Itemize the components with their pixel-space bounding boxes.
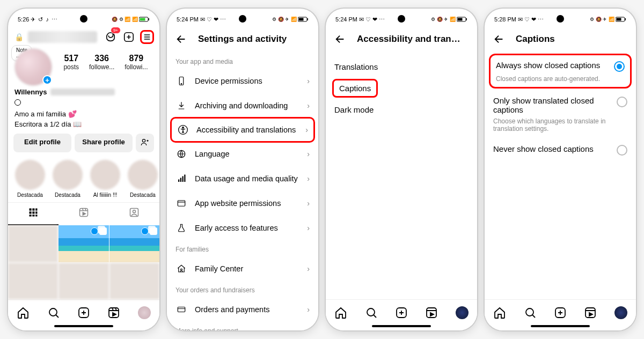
lock-icon: 🔒	[14, 33, 24, 41]
row-archiving[interactable]: Archiving and downloading ›	[167, 93, 318, 118]
status-bar: 5:24 PM ✉ ♡ ❤ ⋯ ⚙ 🔕 ✈ 📶	[167, 9, 318, 27]
radio-selected[interactable]	[614, 61, 625, 72]
svg-rect-6	[32, 209, 34, 211]
hamburger-menu-button[interactable]	[140, 30, 154, 44]
chevron-right-icon: ›	[307, 150, 310, 158]
status-bar: 5:24 PM ✉ ♡ ❤ ⋯ ⚙ 🔕 ✈ 📶	[326, 9, 477, 27]
nav-reels[interactable]	[584, 306, 597, 319]
threads-icon[interactable]	[14, 99, 21, 106]
status-icons-right: ⚙ 🔕 ✈ 📶	[431, 17, 467, 22]
status-time: 5:24 PM	[177, 16, 199, 23]
row-dark-mode[interactable]: Dark mode	[326, 99, 477, 121]
post-thumbnail[interactable]	[109, 225, 159, 262]
nav-create[interactable]	[395, 306, 408, 319]
row-data-usage[interactable]: Data usage and media quality ›	[167, 166, 318, 191]
carousel-icon	[150, 227, 157, 235]
row-early-access[interactable]: Early access to features ›	[167, 216, 318, 240]
nav-reels[interactable]	[425, 306, 438, 319]
bio-line-2: Escritora a 1/2 día 📖	[8, 119, 159, 129]
nav-home[interactable]	[334, 306, 347, 319]
stat-posts[interactable]: 517 posts	[63, 54, 79, 71]
threads-badge: 9+	[111, 27, 121, 34]
tab-grid[interactable]	[8, 203, 58, 225]
edit-profile-button[interactable]: Edit profile	[13, 134, 71, 152]
page-title: Captions	[516, 34, 555, 45]
nav-create[interactable]	[77, 306, 90, 319]
nav-reels[interactable]	[107, 306, 120, 319]
row-accessibility[interactable]: Accessibility and translations ›	[170, 117, 315, 143]
svg-rect-47	[625, 18, 626, 20]
display-name: Willennys	[14, 88, 47, 96]
chevron-right-icon: ›	[307, 264, 310, 273]
tab-reels[interactable]	[58, 203, 109, 225]
stat-followers[interactable]: 336 followe...	[89, 54, 114, 71]
highlight-item[interactable]: Destacada	[51, 160, 84, 198]
back-button[interactable]	[492, 32, 506, 46]
nav-search[interactable]	[365, 306, 378, 319]
nav-home[interactable]	[493, 306, 506, 319]
post-thumbnail[interactable]	[8, 263, 58, 300]
row-device-permissions[interactable]: Device permissions ›	[167, 69, 318, 93]
nav-profile[interactable]	[138, 306, 151, 319]
post-thumbnail[interactable]	[109, 263, 159, 300]
svg-point-17	[49, 308, 57, 316]
svg-point-4	[142, 139, 145, 142]
pinned-icon	[91, 227, 98, 235]
option-always-show[interactable]: Always show closed captions Closed capti…	[489, 54, 632, 89]
status-bar: 5:26 ✈ ↺ ♪ ⋯ 🔕 ⚙ 📶 📶	[8, 9, 159, 27]
nav-profile[interactable]	[456, 306, 469, 319]
status-time: 5:24 PM	[335, 16, 357, 23]
post-thumbnail[interactable]	[58, 225, 108, 262]
share-profile-button[interactable]: Share profile	[75, 134, 133, 152]
profile-avatar[interactable]: Note... +	[14, 48, 52, 86]
option-only-translated[interactable]: Only show translated closed captions Cho…	[485, 90, 636, 138]
section-more-info: More info and support	[167, 322, 318, 330]
row-translations[interactable]: Translations	[326, 56, 477, 78]
add-story-badge[interactable]: +	[42, 75, 52, 85]
row-family-center[interactable]: Family Center ›	[167, 256, 318, 281]
pinned-icon	[141, 227, 149, 235]
tab-tagged[interactable]	[109, 203, 159, 225]
highlight-item[interactable]: Destacada	[126, 160, 159, 198]
create-post-button[interactable]	[122, 30, 136, 44]
nav-search[interactable]	[524, 306, 537, 319]
radio-unselected[interactable]	[617, 97, 627, 107]
page-title: Accessibility and transl…	[357, 34, 464, 45]
svg-rect-5	[30, 209, 32, 211]
svg-rect-8	[30, 211, 32, 213]
back-button[interactable]	[333, 32, 347, 46]
chevron-right-icon: ›	[307, 101, 310, 110]
radio-unselected[interactable]	[617, 145, 627, 156]
stat-following[interactable]: 879 followi...	[125, 54, 148, 71]
home-indicator	[372, 325, 431, 327]
svg-rect-32	[178, 201, 185, 207]
option-never-show[interactable]: Never show closed captions	[485, 138, 636, 161]
post-thumbnail[interactable]	[58, 263, 108, 300]
row-captions[interactable]: Captions	[332, 79, 378, 98]
back-button[interactable]	[174, 32, 188, 46]
phone-accessibility: 5:24 PM ✉ ♡ ❤ ⋯ ⚙ 🔕 ✈ 📶 Accessibility an…	[326, 9, 477, 330]
page-title: Settings and activity	[198, 34, 287, 45]
highlight-item[interactable]: Destacada	[13, 160, 47, 198]
discover-people-button[interactable]	[136, 134, 154, 152]
svg-point-26	[182, 127, 184, 129]
threads-button[interactable]: 9+	[104, 30, 118, 44]
bars-icon	[175, 173, 187, 185]
svg-rect-13	[35, 215, 37, 216]
svg-rect-46	[617, 18, 621, 21]
chevron-right-icon: ›	[307, 77, 310, 85]
svg-point-42	[367, 308, 375, 316]
nav-home[interactable]	[17, 306, 30, 319]
row-orders[interactable]: Orders and payments ›	[167, 297, 318, 322]
nav-create[interactable]	[554, 306, 567, 319]
row-website-permissions[interactable]: App website permissions ›	[167, 191, 318, 216]
chevron-right-icon: ›	[305, 126, 308, 134]
row-language[interactable]: Language ›	[167, 142, 318, 166]
post-thumbnail[interactable]	[8, 225, 58, 262]
chevron-right-icon: ›	[307, 199, 310, 208]
name-redacted	[50, 89, 115, 95]
nav-search[interactable]	[47, 306, 60, 319]
nav-profile[interactable]	[614, 306, 627, 319]
phone-icon	[175, 75, 187, 87]
highlight-item[interactable]: Al fiiiiiin !!!	[89, 160, 122, 198]
